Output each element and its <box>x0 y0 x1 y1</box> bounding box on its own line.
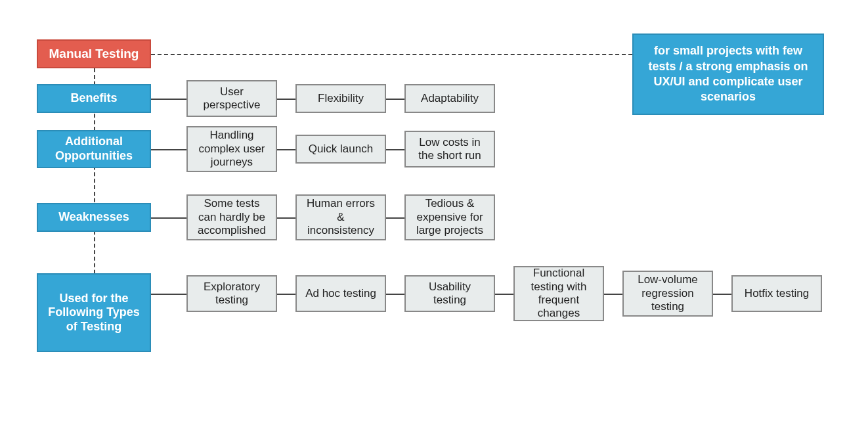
usedfor-item: Functional testing with frequent changes <box>513 266 604 321</box>
opportunity-item: Handling complex user journeys <box>186 126 277 172</box>
usedfor-item: Low-volume regression testing <box>622 271 713 317</box>
category-used-for: Used for the Following Types of Testing <box>37 273 151 352</box>
opportunity-item: Quick launch <box>295 135 386 164</box>
connector <box>277 99 295 100</box>
connector <box>604 294 622 295</box>
usedfor-item: Exploratory testing <box>186 275 277 312</box>
category-label: Used for the Following Types of Testing <box>45 292 143 334</box>
weakness-item: Some tests can hardly be accomplished <box>186 194 277 240</box>
connector <box>495 294 513 295</box>
item-label: User perspective <box>194 85 269 112</box>
summary-box: for small projects with few tests / a st… <box>632 33 824 115</box>
usedfor-item: Hotfix testing <box>731 275 822 312</box>
connector <box>151 99 186 100</box>
item-label: Functional testing with frequent changes <box>521 267 596 321</box>
benefit-item: Adaptability <box>404 84 495 113</box>
connector <box>277 294 295 295</box>
category-label: Benefits <box>70 91 117 106</box>
connector <box>277 149 295 150</box>
category-label: Additional Opportunities <box>45 135 143 163</box>
title-box: Manual Testing <box>37 39 151 68</box>
weakness-item: Tedious & expensive for large projects <box>404 194 495 240</box>
title-label: Manual Testing <box>49 47 139 62</box>
connector <box>151 149 186 150</box>
item-label: Hotfix testing <box>745 287 809 300</box>
item-label: Ad hoc testing <box>305 287 376 300</box>
item-label: Human errors & inconsistency <box>303 197 378 237</box>
connector <box>386 294 404 295</box>
connector <box>151 217 186 219</box>
item-label: Adaptability <box>421 92 479 105</box>
connector <box>386 217 404 219</box>
usedfor-item: Ad hoc testing <box>295 275 386 312</box>
item-label: Flexibility <box>318 92 364 105</box>
connector <box>713 294 731 295</box>
connector <box>386 149 404 150</box>
item-label: Some tests can hardly be accomplished <box>194 197 269 237</box>
item-label: Low-volume regression testing <box>630 273 705 313</box>
weakness-item: Human errors & inconsistency <box>295 194 386 240</box>
item-label: Quick launch <box>309 143 373 156</box>
category-label: Weaknesses <box>58 210 129 225</box>
item-label: Tedious & expensive for large projects <box>412 197 487 237</box>
connector <box>386 99 404 100</box>
benefit-item: Flexibility <box>295 84 386 113</box>
connector <box>277 217 295 219</box>
category-benefits: Benefits <box>37 84 151 113</box>
summary-text: for small projects with few tests / a st… <box>640 43 816 105</box>
item-label: Low costs in the short run <box>412 136 487 163</box>
opportunity-item: Low costs in the short run <box>404 131 495 167</box>
item-label: Usability testing <box>412 280 487 307</box>
usedfor-item: Usability testing <box>404 275 495 312</box>
benefit-item: User perspective <box>186 80 277 117</box>
item-label: Handling complex user journeys <box>194 129 269 169</box>
category-weaknesses: Weaknesses <box>37 203 151 232</box>
connector-dash-title-summary <box>151 54 632 55</box>
category-additional-opportunities: Additional Opportunities <box>37 130 151 168</box>
connector <box>151 294 186 295</box>
manual-testing-diagram: Manual Testing for small projects with f… <box>0 0 868 423</box>
item-label: Exploratory testing <box>194 280 269 307</box>
